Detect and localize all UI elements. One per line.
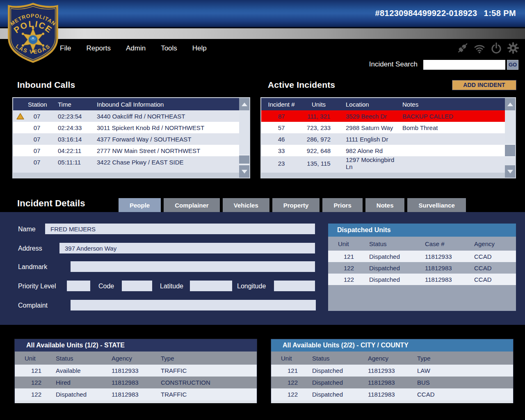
inbound-calls-rows: 07 02:23:54 3440 Oakcliff Rd / NORTHEAST… [13, 110, 239, 178]
inbound-calls-title: Inbound Calls [17, 80, 75, 90]
scroll-down-button[interactable] [505, 165, 515, 178]
tab[interactable]: Priors [322, 198, 362, 212]
down-arrow-icon [242, 170, 247, 173]
cell-unit: 122 [15, 391, 53, 398]
scroll-thumb[interactable] [505, 144, 515, 157]
cell-station: 07 [28, 113, 46, 120]
cell-unit: 122 [271, 379, 310, 386]
scroll-down-button[interactable] [239, 165, 249, 178]
table-footer-strip [13, 173, 239, 178]
active-incident-row[interactable]: 33 922, 648 982 Alone Rd [261, 145, 505, 156]
menu-item[interactable]: File [60, 44, 71, 52]
inbound-call-row[interactable]: 07 05:11:11 3422 Chase Pkwy / EAST SIDE [13, 156, 239, 168]
cell-type: BUS [415, 379, 513, 386]
tab[interactable]: People [119, 198, 161, 212]
top-banner: #81230984499922-018923 1:58 PM [0, 0, 525, 27]
cell-status: Hired [53, 379, 109, 386]
menu-item[interactable]: Help [192, 44, 207, 52]
menu-bar: File Reports Admin Tools Help [0, 39, 525, 58]
menu-items: File Reports Admin Tools Help [60, 39, 207, 58]
up-arrow-icon [242, 103, 247, 106]
cell-type: LAW [415, 367, 513, 374]
table-footer-strip [271, 400, 513, 403]
longitude-label: Longitude [237, 283, 266, 290]
inbound-call-row[interactable]: 07 04:22:11 2777 NW Main Street / NORTHW… [13, 145, 239, 156]
available-units-city-title: All Available Units (2/2) - CITY / COUNT… [271, 339, 513, 352]
cell-time: 03:16:14 [46, 136, 85, 143]
active-incident-row[interactable]: 57 723, 233 2988 Saturn Way Bomb Threat [261, 122, 505, 133]
dispatched-unit-row[interactable]: 122 Dispatched 11812983 CCAD [328, 274, 516, 285]
scroll-thumb[interactable] [239, 155, 249, 164]
inbound-calls-header: Station Time Inbound Call Information [13, 98, 239, 110]
available-unit-row[interactable]: 122 Dispatched 11812983 BUS [271, 377, 513, 388]
police-badge-logo: METROPOLITAN POLICE LAS VEGAS [6, 2, 60, 64]
landmark-field[interactable] [71, 261, 315, 272]
cell-agency: 11812983 [109, 391, 158, 398]
cell-call-info: 3011 Spickert Knob Rd / NORTHWEST [85, 124, 239, 131]
latitude-label: Latitude [160, 283, 183, 290]
tab[interactable]: Survelliance [407, 198, 466, 212]
cell-agency: 11812933 [365, 367, 415, 374]
dispatched-unit-row[interactable]: 121 Dispatched 11812933 CCAD [328, 251, 516, 262]
tab[interactable]: Property [272, 198, 320, 212]
inbound-call-row[interactable]: 07 03:16:14 4377 Forward Way / SOUTHEAST [13, 133, 239, 145]
cell-type: CONSTRUCTION [158, 379, 257, 386]
available-unit-row[interactable]: 122 Hired 11812983 CONSTRUCTION [15, 377, 257, 388]
tab[interactable]: Complainer [164, 198, 220, 212]
available-units-city-rows: 121 Dispatched 11812933 LAW 122 Dispatch… [271, 365, 513, 400]
incident-search-input[interactable] [423, 60, 505, 70]
session-id: #81230984499922-018923 [375, 9, 477, 18]
incident-search-label: Incident Search [369, 60, 418, 68]
inbound-scrollbar[interactable] [239, 98, 249, 178]
latitude-field[interactable] [190, 281, 232, 291]
name-field[interactable] [45, 224, 315, 234]
available-unit-row[interactable]: 122 Dispatched 11812983 CCAD [271, 388, 513, 400]
priority-level-field[interactable] [67, 281, 90, 291]
status-icons [457, 42, 519, 54]
column-header-unit: Unit [328, 240, 367, 247]
address-field[interactable] [59, 243, 315, 253]
longitude-field[interactable] [274, 281, 315, 291]
cell-status: Dispatched [310, 367, 365, 374]
inbound-call-row[interactable]: 07 02:24:33 3011 Spickert Knob Rd / NORT… [13, 122, 239, 133]
cell-agency: 11812933 [109, 367, 158, 374]
active-incidents-scrollbar[interactable] [505, 98, 515, 178]
active-incident-row[interactable]: 23 135, 115 1297 Mockingbird Ln [261, 156, 505, 168]
down-arrow-icon [507, 170, 513, 173]
cell-type: CCAD [415, 391, 513, 398]
settings-icon[interactable] [507, 42, 519, 54]
name-label: Name [18, 226, 36, 233]
code-field[interactable] [122, 281, 152, 291]
dispatched-unit-row[interactable]: 122 Dispatched 11812983 CCAD [328, 262, 516, 274]
cell-units: 922, 648 [300, 147, 338, 154]
available-unit-row[interactable]: 121 Available 11812933 TRAFFIC [15, 365, 257, 377]
column-header-unit: Unit [15, 355, 53, 362]
power-icon[interactable] [490, 42, 502, 54]
incident-details-panel: Name Address Landmark Priority Level Cod… [0, 212, 525, 325]
column-header-info: Inbound Call Information [85, 101, 239, 108]
tab[interactable]: Notes [365, 198, 405, 212]
add-incident-button[interactable]: ADD INCIDENT [452, 80, 516, 90]
menu-item[interactable]: Admin [126, 44, 146, 52]
dispatched-units-title: Dispatched Units [328, 224, 516, 237]
cell-station: 07 [28, 136, 46, 143]
scroll-up-button[interactable] [239, 98, 249, 110]
search-go-button[interactable]: GO [507, 60, 518, 70]
inbound-call-row[interactable]: 07 02:23:54 3440 Oakcliff Rd / NORTHEAST [13, 110, 239, 122]
menu-item[interactable]: Tools [161, 44, 177, 52]
active-incident-row[interactable]: 46 286, 972 1111 English Dr [261, 133, 505, 145]
column-header-agency: Agency [472, 240, 516, 247]
available-unit-row[interactable]: 122 Dispatched 11812983 TRAFFIC [15, 388, 257, 400]
complaint-field[interactable] [71, 300, 316, 310]
cell-location: 2988 Saturn Way [338, 124, 402, 131]
active-incident-row[interactable]: 87 111, 321 3529 Beech Dr BACKUP CALLED [261, 110, 505, 122]
available-unit-row[interactable]: 121 Dispatched 11812933 LAW [271, 365, 513, 377]
column-header-units: Units [300, 101, 338, 108]
scroll-up-button[interactable] [505, 98, 515, 110]
cell-units: 111, 321 [300, 113, 338, 120]
wifi-icon[interactable] [473, 42, 486, 54]
tab[interactable]: Vehicles [223, 198, 269, 212]
menu-item[interactable]: Reports [86, 44, 111, 52]
connection-icon[interactable] [457, 42, 469, 54]
inbound-calls-table: Station Time Inbound Call Information 07 [12, 97, 250, 178]
